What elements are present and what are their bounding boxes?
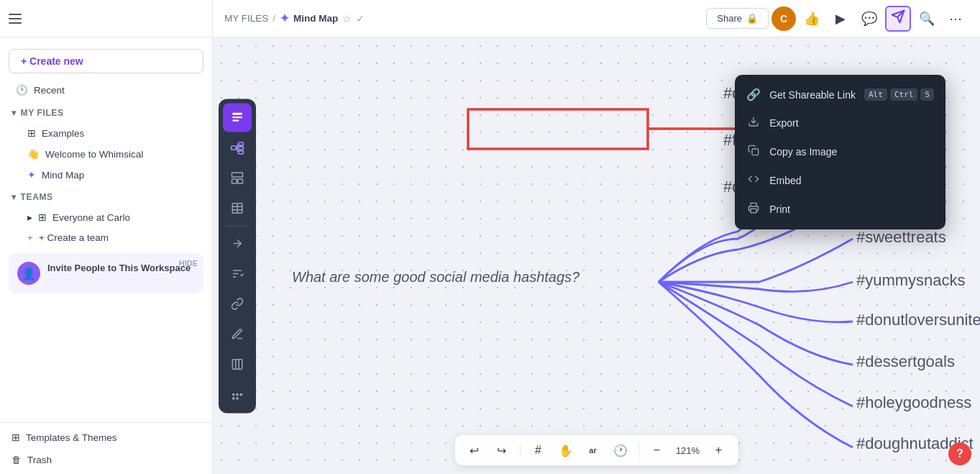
print-icon xyxy=(746,202,761,217)
undo-button[interactable]: ↩ xyxy=(464,439,485,461)
invite-title[interactable]: Invite People to This Workspace xyxy=(47,262,191,275)
question-mark-icon: ? xyxy=(956,447,963,460)
hide-button[interactable]: HIDE xyxy=(179,259,198,268)
invite-avatar-icon: 👤 xyxy=(17,262,40,285)
star-icon[interactable]: ☆ xyxy=(342,13,352,24)
svg-point-26 xyxy=(237,397,238,398)
my-files-section: ▾ MY FILES xyxy=(0,104,212,122)
toolbar-more-btn[interactable] xyxy=(223,380,252,409)
search-icon: 🔍 xyxy=(919,11,935,27)
toolbar-pen-btn[interactable] xyxy=(223,319,252,348)
search-button[interactable]: 🔍 xyxy=(914,6,940,32)
svg-rect-8 xyxy=(239,150,244,153)
redo-button[interactable]: ↪ xyxy=(491,439,513,461)
like-button[interactable]: 👍 xyxy=(799,6,825,32)
toolbar-link-btn[interactable] xyxy=(223,289,252,318)
breadcrumb-current: ✦ Mind Map xyxy=(280,12,338,25)
bottom-bar-separator-1 xyxy=(520,443,521,457)
ai-button[interactable]: ar xyxy=(582,439,604,461)
svg-rect-14 xyxy=(238,179,243,183)
more-options-button[interactable]: ⋯ xyxy=(943,6,968,32)
toolbar-cursor-btn[interactable] xyxy=(223,103,252,132)
svg-rect-12 xyxy=(232,173,243,177)
svg-rect-37 xyxy=(468,109,648,149)
templates-icon: ⊞ xyxy=(12,432,20,443)
toolbar-table-btn[interactable] xyxy=(223,193,252,222)
dropdown-embed[interactable]: Embed xyxy=(735,166,945,195)
lock-icon: 🔒 xyxy=(746,13,758,24)
dropdown-copy-image[interactable]: Copy as Image xyxy=(735,137,945,166)
sidebar-item-recent[interactable]: 🕐 Recent xyxy=(4,79,208,101)
send-icon xyxy=(891,9,905,27)
toolbar-flowchart-btn[interactable] xyxy=(223,163,252,192)
toolbar-text-btn[interactable] xyxy=(223,259,252,288)
zoom-in-button[interactable]: + xyxy=(708,439,730,461)
svg-point-25 xyxy=(233,397,234,398)
share-button[interactable]: Share 🔒 xyxy=(706,8,769,29)
sidebar-item-everyone[interactable]: ▸ ⊞ Everyone at Carlo xyxy=(4,207,208,227)
svg-rect-19 xyxy=(232,359,242,369)
present-button[interactable]: ▶ xyxy=(828,6,853,32)
hamburger-menu-icon[interactable] xyxy=(9,10,26,27)
sidebar-item-welcome[interactable]: 👋 Welcome to Whimsical xyxy=(4,144,208,164)
create-new-button[interactable]: + Create new xyxy=(9,49,203,73)
sidebar: + Create new 🕐 Recent ▾ MY FILES ⊞ Examp… xyxy=(0,0,213,474)
dropdown-print[interactable]: Print xyxy=(735,195,945,224)
examples-icon: ⊞ xyxy=(27,127,36,139)
comment-button[interactable]: 💬 xyxy=(856,6,882,32)
sidebar-content: + Create new 🕐 Recent ▾ MY FILES ⊞ Examp… xyxy=(0,37,212,422)
svg-text:What are some good social medi: What are some good social media hashtags… xyxy=(292,269,580,285)
hand-tool-button[interactable]: ✋ xyxy=(555,439,577,461)
toolbar-frame-btn[interactable] xyxy=(223,350,252,378)
breadcrumb-my-files[interactable]: MY FILES xyxy=(224,13,268,24)
svg-rect-6 xyxy=(239,142,244,145)
canvas[interactable]: #d... #fr... #d... What are some good so… xyxy=(213,37,980,474)
get-link-shortcuts: Alt Ctrl S xyxy=(864,88,934,101)
topbar: MY FILES / ✦ Mind Map ☆ ✓ Share 🔒 C 👍 ▶ … xyxy=(213,0,980,37)
svg-text:#sweettreats: #sweettreats xyxy=(856,228,946,246)
hash-button[interactable]: # xyxy=(528,439,549,461)
sidebar-item-examples[interactable]: ⊞ Examples xyxy=(4,123,208,143)
ellipsis-icon: ⋯ xyxy=(949,11,962,27)
toolbar-mindmap-btn[interactable] xyxy=(223,133,252,162)
recent-icon: 🕐 xyxy=(16,84,28,96)
copy-image-label: Copy as Image xyxy=(769,146,934,158)
trash-icon: 🗑 xyxy=(12,455,22,465)
s-key: S xyxy=(920,88,934,101)
svg-rect-4 xyxy=(232,119,239,121)
alt-key: Alt xyxy=(864,88,887,101)
svg-point-24 xyxy=(240,393,242,395)
svg-text:#donutloversunite: #donutloversunite xyxy=(856,311,980,329)
check-icon: ✓ xyxy=(356,13,365,24)
share-menu-button[interactable] xyxy=(885,6,911,32)
sidebar-item-templates[interactable]: ⊞ Templates & Themes xyxy=(0,426,212,449)
zoom-out-button[interactable]: − xyxy=(646,439,668,461)
chevron-down-icon-teams: ▾ xyxy=(12,192,17,202)
zoom-level[interactable]: 121% xyxy=(674,445,702,456)
canvas-toolbar xyxy=(219,99,256,413)
dropdown-export[interactable]: Export xyxy=(735,109,945,137)
sidebar-item-create-team[interactable]: + + Create a team xyxy=(4,228,208,247)
export-icon xyxy=(746,116,761,130)
share-dropdown-menu: 🔗 Get Shareable Link Alt Ctrl S Export xyxy=(735,75,945,229)
mind-map-nav-icon: ✦ xyxy=(280,12,289,25)
svg-text:#dessertgoals: #dessertgoals xyxy=(856,352,955,370)
user-avatar[interactable]: C xyxy=(771,6,796,31)
svg-rect-5 xyxy=(232,146,237,150)
toolbar-arrow-btn[interactable] xyxy=(223,229,252,257)
svg-rect-7 xyxy=(239,146,244,149)
help-button[interactable]: ? xyxy=(948,442,971,465)
thumbs-up-icon: 👍 xyxy=(804,11,820,27)
svg-rect-13 xyxy=(232,179,237,183)
link-icon: 🔗 xyxy=(746,88,761,101)
mind-map-icon: ✦ xyxy=(27,169,36,181)
present-icon: ▶ xyxy=(835,11,846,27)
embed-label: Embed xyxy=(769,175,934,186)
print-label: Print xyxy=(769,204,934,215)
sidebar-footer: ⊞ Templates & Themes 🗑 Trash xyxy=(0,422,212,474)
plus-icon: + xyxy=(27,232,33,243)
dropdown-get-link[interactable]: 🔗 Get Shareable Link Alt Ctrl S xyxy=(735,81,945,109)
history-button[interactable]: 🕐 xyxy=(610,439,631,461)
sidebar-item-mind-map[interactable]: ✦ Mind Map xyxy=(4,165,208,185)
sidebar-item-trash[interactable]: 🗑 Trash xyxy=(0,449,212,471)
